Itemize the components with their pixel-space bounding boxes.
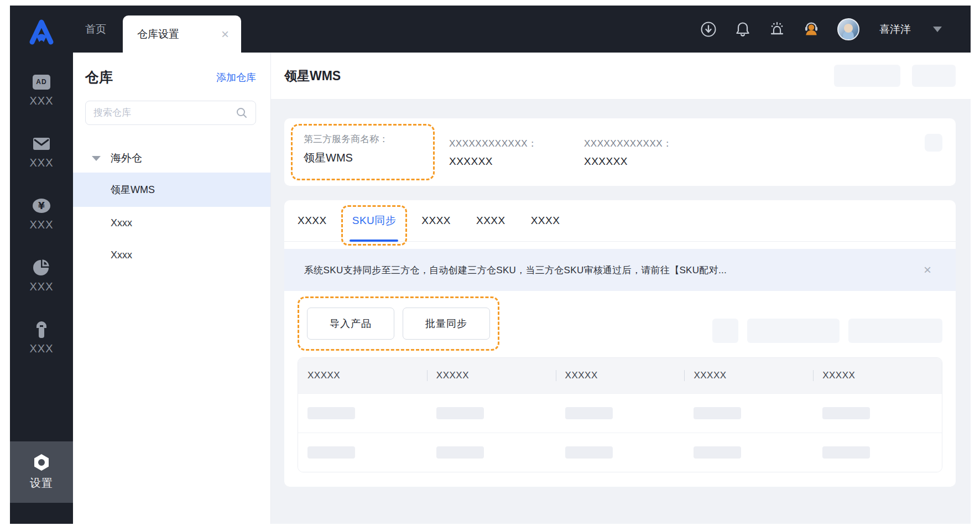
sidebar-item-label: XXX: [29, 157, 53, 169]
tree-item[interactable]: Xxxx: [73, 207, 270, 239]
sku-sync-card: XXXX SKU同步 XXXX XXXX XXXX 系统SKU支持同步至三: [284, 200, 956, 487]
search-input[interactable]: [93, 107, 231, 118]
bell-icon[interactable]: [734, 21, 751, 38]
warehouse-tree: 海外仓 领星WMS Xxxx Xxxx: [73, 144, 270, 271]
placeholder-button[interactable]: [747, 319, 840, 343]
close-alert-icon[interactable]: ×: [924, 263, 931, 277]
cell-placeholder: [436, 407, 484, 419]
svg-text:¥: ¥: [38, 200, 45, 211]
provider-name-label: 第三方服务商名称：: [304, 133, 433, 145]
sidebar-item-mail[interactable]: XXX: [29, 135, 53, 169]
column-header: XXXXX: [813, 370, 942, 381]
cell-placeholder: [565, 407, 613, 419]
main-header: 领星WMS: [271, 53, 971, 100]
tree-group-overseas[interactable]: 海外仓: [73, 144, 270, 173]
info-field: XXXXXXXXXXXX： XXXXXX: [449, 137, 570, 168]
warehouse-search-box: [85, 101, 256, 125]
app-sidebar: AD XXX XXX ¥ XXX XXX: [10, 6, 73, 524]
app-window: AD XXX XXX ¥ XXX XXX: [0, 0, 980, 531]
topbar: 首页 仓库设置 × 喜洋洋: [73, 6, 971, 53]
chevron-down-icon: [92, 156, 101, 161]
close-tab-icon[interactable]: ×: [221, 28, 229, 41]
topbar-actions: 喜洋洋: [700, 6, 971, 53]
sidebar-item-label: XXX: [29, 342, 53, 355]
tab-home[interactable]: 首页: [73, 6, 123, 53]
cell-placeholder: [307, 446, 355, 459]
app-frame: AD XXX XXX ¥ XXX XXX: [10, 6, 971, 524]
cell-placeholder: [694, 407, 741, 419]
sidebar-settings-label: 设置: [30, 476, 53, 491]
batch-sync-button[interactable]: 批量同步: [403, 308, 490, 340]
column-header: XXXXX: [556, 370, 685, 381]
tab-item[interactable]: XXXX: [421, 200, 451, 242]
column-header: XXXXX: [684, 370, 813, 381]
sidebar-item-ad[interactable]: AD XXX: [29, 73, 53, 107]
placeholder-button[interactable]: [834, 65, 900, 87]
gear-icon: [32, 454, 51, 471]
active-tab-underline: [350, 240, 398, 242]
search-icon: [236, 107, 248, 119]
download-icon[interactable]: [700, 21, 717, 38]
tab-bar: XXXX SKU同步 XXXX XXXX XXXX: [284, 200, 956, 242]
placeholder-button[interactable]: [712, 319, 738, 343]
tab-item[interactable]: XXXX: [476, 200, 505, 242]
siren-icon[interactable]: [769, 21, 785, 38]
tree-item[interactable]: Xxxx: [73, 239, 270, 271]
tab-item[interactable]: XXXX: [531, 200, 560, 242]
ad-icon: AD: [32, 73, 51, 91]
cell-placeholder: [307, 407, 355, 419]
table-row: [298, 433, 942, 472]
wrench-icon: [32, 321, 51, 339]
chevron-down-icon[interactable]: [933, 27, 942, 32]
tree-item-lingxing-wms[interactable]: 领星WMS: [73, 173, 270, 207]
sidebar-item-label: XXX: [29, 280, 53, 293]
add-warehouse-link[interactable]: 添加仓库: [216, 71, 256, 84]
table-header-row: XXXXX XXXXX XXXXX XXXXX XXXXX: [298, 358, 942, 393]
provider-name-highlight: 第三方服务商名称： 领星WMS: [291, 124, 435, 180]
support-headset-icon[interactable]: [803, 21, 820, 38]
main-content: 第三方服务商名称： 领星WMS XXXXXXXXXXXX： XXXXXX XXX…: [271, 100, 971, 524]
cell-placeholder: [436, 446, 484, 459]
tab-warehouse-settings-label: 仓库设置: [137, 27, 179, 41]
actions-row: 导入产品 批量同步: [298, 296, 942, 351]
provider-name-value: 领星WMS: [304, 150, 433, 165]
info-field: XXXXXXXXXXXX： XXXXXX: [584, 137, 705, 168]
tab-warehouse-settings[interactable]: 仓库设置 ×: [123, 15, 241, 53]
column-header: XXXXX: [298, 370, 427, 381]
column-header: XXXXX: [427, 370, 556, 381]
pie-icon: [32, 259, 51, 277]
tree-group-label: 海外仓: [111, 151, 142, 165]
cell-placeholder: [822, 446, 870, 459]
cell-placeholder: [565, 446, 613, 459]
cell-placeholder: [822, 407, 870, 419]
highlight-dashed-box: 导入产品 批量同步: [298, 296, 499, 351]
sku-sync-alert: 系统SKU支持同步至三方仓，自动创建三方仓SKU，当三方仓SKU审核通过后，请前…: [284, 249, 956, 291]
alert-text: 系统SKU支持同步至三方仓，自动创建三方仓SKU，当三方仓SKU审核通过后，请前…: [304, 264, 914, 277]
sidebar-menu: AD XXX XXX ¥ XXX XXX: [29, 73, 53, 355]
tab-item[interactable]: XXXX: [298, 200, 327, 242]
app-logo-icon[interactable]: [27, 17, 56, 46]
provider-info-card: 第三方服务商名称： 领星WMS XXXXXXXXXXXX： XXXXXX XXX…: [284, 118, 956, 186]
sku-table: XXXXX XXXXX XXXXX XXXXX XXXXX: [298, 357, 942, 472]
placeholder-button[interactable]: [912, 65, 956, 87]
sidebar-item-finance[interactable]: ¥ XXX: [29, 197, 53, 231]
main-area: 领星WMS 第三方服务商名称： 领星WMS XXXXXXXX: [271, 53, 971, 524]
tab-sku-sync[interactable]: SKU同步: [352, 200, 397, 242]
page-title: 领星WMS: [284, 67, 341, 85]
warehouse-panel: 仓库 添加仓库 海外仓 领星WMS Xxxx Xxxx: [73, 53, 271, 524]
placeholder-button[interactable]: [848, 319, 942, 343]
sidebar-item-label: XXX: [29, 218, 53, 231]
mail-icon: [32, 135, 51, 153]
user-name[interactable]: 喜洋洋: [879, 22, 911, 37]
table-row: [298, 393, 942, 433]
placeholder-button[interactable]: [925, 134, 942, 152]
user-avatar[interactable]: [837, 18, 859, 40]
sidebar-item-tools[interactable]: XXX: [29, 321, 53, 355]
sidebar-item-settings[interactable]: 设置: [10, 441, 73, 503]
sidebar-item-label: XXX: [29, 95, 53, 107]
toolbar-placeholders: [712, 319, 942, 343]
cell-placeholder: [694, 446, 741, 459]
panel-title: 仓库: [85, 68, 113, 86]
sidebar-item-reports[interactable]: XXX: [29, 259, 53, 293]
import-products-button[interactable]: 导入产品: [307, 308, 394, 340]
